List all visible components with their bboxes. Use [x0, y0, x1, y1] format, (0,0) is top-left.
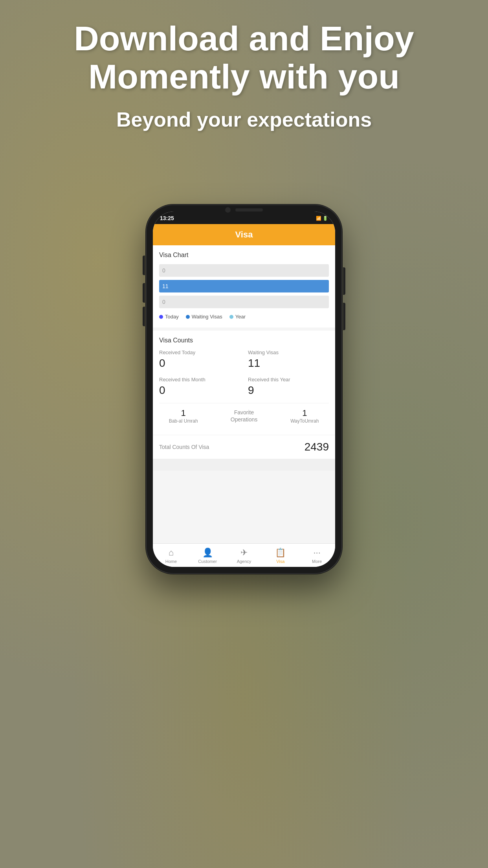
- legend-dot-year: [229, 315, 233, 319]
- visa-chart-section: Visa Chart 0 11: [153, 245, 335, 327]
- legend-dot-today: [159, 315, 163, 319]
- total-value: 2439: [305, 441, 329, 453]
- fav-op-left: 1 Bab-al Umrah: [159, 408, 207, 424]
- total-row: Total Counts Of Visa 2439: [153, 435, 335, 459]
- legend-waiting: Waiting Visas: [186, 314, 222, 320]
- status-icons: 📶 🔋: [316, 216, 328, 221]
- chart-bar-row-2: 11: [159, 280, 329, 292]
- chart-bar-row-1: 0: [159, 264, 329, 277]
- count-this-year-value: 9: [248, 384, 329, 397]
- fav-op-right-label: WayToUmrah: [290, 418, 319, 424]
- count-waiting-visas: Waiting Visas 11: [248, 349, 329, 370]
- nav-agency[interactable]: ✈ Agency: [226, 544, 262, 567]
- app-header: Visa: [153, 224, 335, 245]
- count-waiting-visas-label: Waiting Visas: [248, 349, 329, 355]
- fav-op-right-value: 1: [302, 408, 307, 418]
- legend-today: Today: [159, 314, 179, 320]
- nav-customer[interactable]: 👤 Customer: [189, 544, 226, 567]
- fav-op-right: 1 WayToUmrah: [281, 408, 329, 424]
- nav-home[interactable]: ⌂ Home: [153, 544, 189, 567]
- visa-counts-section: Visa Counts Received Today 0 Waiting Vis…: [153, 331, 335, 435]
- nav-customer-label: Customer: [198, 559, 217, 564]
- favorite-operations-row: 1 Bab-al Umrah FavoriteOperations 1 WayT…: [159, 403, 329, 428]
- spacer: [153, 459, 335, 471]
- count-received-today-value: 0: [159, 357, 240, 370]
- agency-icon: ✈: [240, 548, 248, 558]
- legend-year: Year: [229, 314, 246, 320]
- count-this-month: Received this Month 0: [159, 377, 240, 397]
- count-this-month-label: Received this Month: [159, 377, 240, 383]
- visa-icon: 📋: [275, 548, 286, 558]
- bottom-nav: ⌂ Home 👤 Customer ✈ Agency 📋 Visa ···: [153, 543, 335, 567]
- nav-agency-label: Agency: [237, 559, 251, 564]
- legend-label-today: Today: [165, 314, 179, 320]
- nav-more-label: More: [312, 559, 322, 564]
- nav-more[interactable]: ··· More: [299, 544, 335, 567]
- count-received-today: Received Today 0: [159, 349, 240, 370]
- fav-op-left-label: Bab-al Umrah: [169, 418, 198, 424]
- total-label: Total Counts Of Visa: [159, 444, 209, 450]
- fav-ops-center: FavoriteOperations: [207, 409, 280, 423]
- count-this-month-value: 0: [159, 384, 240, 397]
- more-icon: ···: [313, 548, 320, 558]
- phone-mockup: 13:25 📶 🔋 Visa Visa Chart: [146, 204, 342, 574]
- status-time: 13:25: [160, 215, 174, 221]
- chart-legend: Today Waiting Visas Year: [159, 314, 329, 320]
- app-header-title: Visa: [235, 230, 253, 239]
- legend-label-waiting: Waiting Visas: [192, 314, 222, 320]
- count-this-year-label: Received this Year: [248, 377, 329, 383]
- visa-counts-title: Visa Counts: [159, 337, 329, 344]
- nav-home-label: Home: [165, 559, 177, 564]
- hero-section: Download and Enjoy Momently with you Bey…: [0, 0, 488, 131]
- visa-chart-title: Visa Chart: [159, 252, 329, 259]
- phone-screen: 13:25 📶 🔋 Visa Visa Chart: [153, 211, 335, 567]
- camera-dot: [225, 207, 231, 213]
- count-received-today-label: Received Today: [159, 349, 240, 355]
- chart-bar-row-3: 0: [159, 296, 329, 308]
- speaker-bar: [235, 208, 263, 211]
- customer-icon: 👤: [202, 548, 213, 558]
- chart-bar-waiting: 11: [159, 280, 329, 292]
- hero-title: Download and Enjoy Momently with you: [0, 20, 488, 96]
- count-this-year: Received this Year 9: [248, 377, 329, 397]
- app-content[interactable]: Visa Chart 0 11: [153, 245, 335, 543]
- chart-bar-year: 0: [159, 296, 329, 308]
- legend-dot-waiting: [186, 315, 190, 319]
- count-waiting-visas-value: 11: [248, 357, 329, 370]
- chart-area: 0 11 0: [159, 264, 329, 308]
- nav-visa-label: Visa: [276, 559, 284, 564]
- home-icon: ⌂: [169, 548, 174, 558]
- phone-outer: 13:25 📶 🔋 Visa Visa Chart: [146, 204, 342, 574]
- fav-ops-center-label: FavoriteOperations: [231, 409, 257, 423]
- fav-op-left-value: 1: [181, 408, 186, 418]
- nav-visa[interactable]: 📋 Visa: [262, 544, 299, 567]
- phone-top-bar: [213, 204, 275, 215]
- hero-subtitle: Beyond your expectations: [0, 108, 488, 131]
- chart-bar-today: 0: [159, 264, 329, 277]
- counts-grid: Received Today 0 Waiting Visas 11 Receiv…: [159, 349, 329, 397]
- legend-label-year: Year: [235, 314, 246, 320]
